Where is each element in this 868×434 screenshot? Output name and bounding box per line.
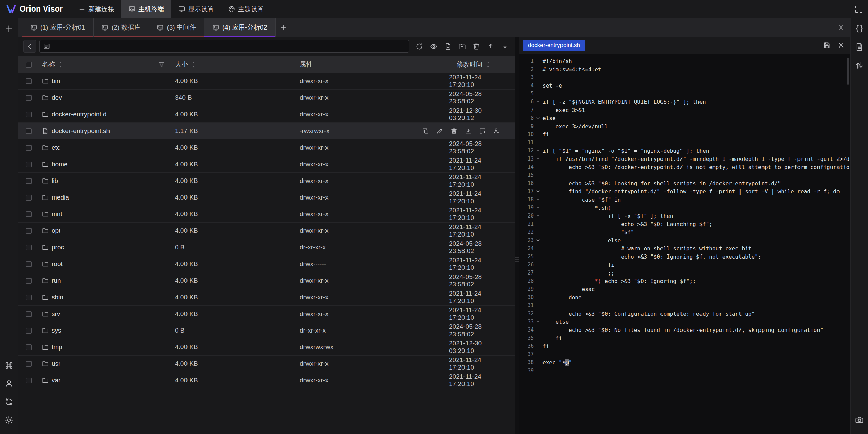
file-row[interactable]: tmp4.00 KBdrwxrwxrwx2021-12-30 03:29:10 (18, 339, 515, 356)
fold-toggle[interactable] (534, 148, 542, 153)
line-number: 23 (519, 237, 534, 243)
row-checkbox[interactable] (26, 162, 32, 167)
terminal-tab-2[interactable]: (2) 数据库 (94, 18, 149, 37)
path-input-field[interactable] (53, 43, 405, 50)
braces-button[interactable] (854, 23, 865, 34)
new-file-button[interactable] (442, 41, 453, 52)
save-button[interactable] (821, 40, 832, 51)
column-header-name[interactable]: 名称 (39, 60, 172, 69)
fold-toggle[interactable] (534, 116, 542, 120)
copy-button[interactable] (422, 128, 429, 135)
file-text-button[interactable] (854, 41, 865, 53)
fold-toggle[interactable] (534, 213, 542, 218)
terminal-tab-3[interactable]: (3) 中间件 (149, 18, 204, 37)
plus-button[interactable] (3, 23, 15, 34)
terminal-tab-1[interactable]: (1) 应用-分析01 (22, 18, 94, 37)
file-row[interactable]: home4.00 KBdrwxr-xr-x2021-11-24 17:20:10 (18, 156, 515, 173)
column-header-mtime[interactable]: 修改时间 (446, 60, 515, 69)
column-header-size[interactable]: 大小 (172, 60, 296, 69)
row-checkbox[interactable] (26, 195, 32, 201)
sync-button[interactable] (3, 396, 15, 408)
file-row[interactable]: bin4.00 KBdrwxr-xr-x2021-11-24 17:20:10 (18, 73, 515, 90)
menu-item-2[interactable]: 主机终端 (121, 0, 171, 18)
download-button[interactable] (499, 41, 510, 52)
file-row[interactable]: dev340 Bdrwxr-xr-x2024-05-28 23:58:02 (18, 90, 515, 106)
row-checkbox[interactable] (26, 261, 32, 267)
add-tab-button[interactable] (276, 18, 291, 37)
command-button[interactable] (3, 359, 15, 371)
file-row[interactable]: proc0 Bdr-xr-xr-x2024-05-28 23:58:02 (18, 239, 515, 256)
row-checkbox[interactable] (26, 228, 32, 234)
app-logo[interactable]: Orion Visor (6, 0, 63, 18)
row-checkbox[interactable] (26, 344, 32, 350)
row-checkbox[interactable] (26, 311, 32, 317)
file-row[interactable]: run4.00 KBdrwxr-xr-x2024-05-28 23:58:02 (18, 272, 515, 289)
editor-code[interactable]: 1#!/bin/sh2# vim:sw=4:ts=4:et34set -e56i… (519, 57, 850, 375)
camera-button[interactable] (854, 414, 865, 426)
fold-toggle[interactable] (534, 319, 542, 324)
file-row[interactable]: sbin4.00 KBdrwxr-xr-x2021-11-24 17:20:10 (18, 289, 515, 306)
editor-tab[interactable]: docker-entrypoint.sh (523, 40, 585, 51)
file-row[interactable]: usr4.00 KBdrwxr-xr-x2021-11-24 17:20:10 (18, 356, 515, 372)
file-row[interactable]: var4.00 KBdrwxr-xr-x2021-11-24 17:20:10 (18, 372, 515, 389)
preview-button[interactable] (428, 41, 439, 52)
row-checkbox[interactable] (26, 278, 32, 284)
column-header-attr[interactable]: 属性 (296, 60, 446, 69)
menu-item-3[interactable]: 显示设置 (171, 0, 221, 18)
row-checkbox[interactable] (26, 361, 32, 367)
panel-splitter[interactable] (515, 37, 519, 434)
code-line: 29 esac (519, 285, 850, 293)
editor-scrollbar[interactable] (847, 58, 849, 85)
delete-button[interactable] (471, 41, 482, 52)
move-button[interactable] (479, 128, 486, 135)
fold-toggle[interactable] (534, 156, 542, 161)
file-row[interactable]: mnt4.00 KBdrwxr-xr-x2021-11-24 17:20:10 (18, 206, 515, 223)
download-button[interactable] (465, 128, 472, 135)
file-row[interactable]: docker-entrypoint.sh1.17 KB-rwxrwxr-x (18, 123, 515, 139)
close-terminal-button[interactable] (831, 18, 850, 37)
file-row[interactable]: media4.00 KBdrwxr-xr-x2021-11-24 17:20:1… (18, 189, 515, 206)
new-folder-button[interactable] (456, 41, 468, 52)
edit-button[interactable] (436, 128, 443, 135)
transfer-button[interactable] (854, 59, 865, 71)
gear-button[interactable] (3, 414, 15, 426)
row-checkbox[interactable] (26, 128, 32, 134)
file-row[interactable]: lib4.00 KBdrwxr-xr-x2021-11-24 17:20:10 (18, 173, 515, 189)
row-checkbox[interactable] (26, 178, 32, 184)
row-checkbox[interactable] (26, 211, 32, 217)
path-input[interactable] (39, 40, 409, 53)
row-checkbox[interactable] (26, 328, 32, 334)
back-button[interactable] (23, 40, 36, 53)
fold-toggle[interactable] (534, 99, 542, 104)
file-row[interactable]: etc4.00 KBdrwxr-xr-x2024-05-28 23:58:02 (18, 139, 515, 156)
file-row[interactable]: docker-entrypoint.d4.00 KBdrwxr-xr-x2021… (18, 106, 515, 123)
fold-toggle[interactable] (534, 189, 542, 194)
fold-toggle[interactable] (534, 238, 542, 243)
select-all-checkbox[interactable] (26, 62, 32, 68)
file-row[interactable]: sys0 Bdr-xr-xr-x2024-05-28 23:58:02 (18, 322, 515, 339)
line-number: 6 (519, 99, 534, 105)
fold-toggle[interactable] (534, 197, 542, 202)
file-row[interactable]: opt4.00 KBdrwxr-xr-x2021-11-24 17:20:10 (18, 223, 515, 239)
menu-item-1[interactable]: 新建连接 (72, 0, 121, 18)
delete-button[interactable] (451, 128, 458, 135)
fullscreen-button[interactable] (850, 0, 868, 18)
row-checkbox[interactable] (26, 112, 32, 117)
row-checkbox[interactable] (26, 295, 32, 300)
fold-toggle[interactable] (534, 205, 542, 210)
refresh-button[interactable] (414, 41, 425, 52)
row-checkbox[interactable] (26, 95, 32, 101)
row-checkbox[interactable] (26, 78, 32, 84)
file-row[interactable]: root4.00 KBdrwx------2021-11-24 17:20:10 (18, 256, 515, 272)
user-button[interactable] (3, 378, 15, 389)
row-checkbox[interactable] (26, 145, 32, 151)
file-attr: drwx------ (300, 260, 326, 268)
file-row[interactable]: srv4.00 KBdrwxr-xr-x2021-11-24 17:20:10 (18, 306, 515, 322)
terminal-tab-4[interactable]: (4) 应用-分析02 (204, 18, 276, 37)
row-checkbox[interactable] (26, 378, 32, 383)
menu-item-4[interactable]: 主题设置 (221, 0, 271, 18)
upload-button[interactable] (485, 41, 496, 52)
row-checkbox[interactable] (26, 245, 32, 250)
close-editor-button[interactable] (835, 40, 846, 51)
permission-button[interactable] (493, 128, 500, 135)
